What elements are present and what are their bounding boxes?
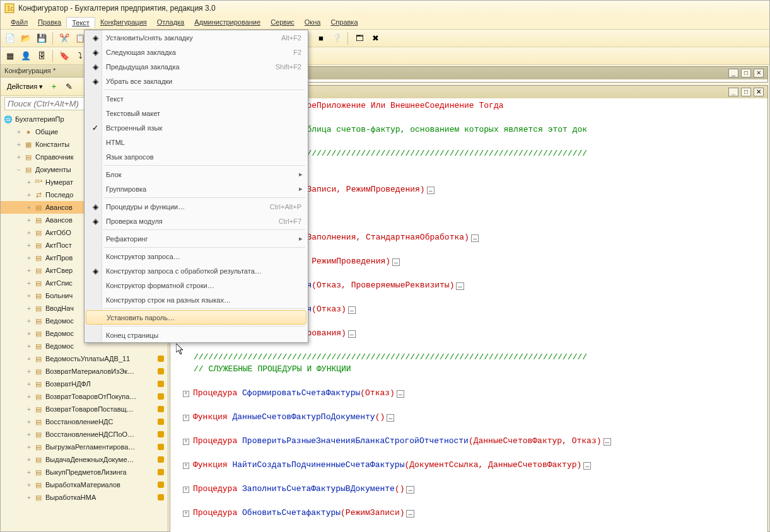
doc2-close-icon[interactable]: ✕ (754, 88, 764, 96)
form-icon[interactable]: ▦ (3, 49, 17, 63)
save-icon[interactable]: 💾 (35, 32, 49, 45)
menu-item[interactable]: ◈Установить/снять закладкуAlt+F2 (85, 30, 308, 45)
menu-item[interactable]: HTML (85, 135, 308, 149)
tree-item[interactable]: +▤ВозвратНДФЛ (1, 378, 168, 390)
close-window-icon[interactable]: ✖ (368, 32, 382, 45)
db-icon[interactable]: 🗄 (35, 49, 49, 63)
menu-text[interactable]: Текст (66, 17, 95, 28)
window-icon[interactable]: 🗔 (353, 32, 366, 45)
titlebar: 1c Конфигуратор - Бухгалтерия предприяти… (1, 1, 769, 16)
bookmark-toggle-icon[interactable]: 🔖 (57, 49, 71, 63)
dirty-icon (158, 431, 164, 437)
open-icon[interactable]: 📂 (19, 32, 33, 45)
tree-item[interactable]: +▤ВыдачаДенежныхДокуме… (1, 453, 168, 466)
user-icon[interactable]: 👤 (19, 49, 33, 63)
menu-item[interactable]: Установить пароль… (86, 310, 306, 325)
menubar: Файл Правка Текст Конфигурация Отладка А… (1, 16, 769, 30)
mouse-cursor (176, 344, 186, 359)
menu-config[interactable]: Конфигурация (95, 17, 152, 28)
tree-item[interactable]: +▤ВозвратМатериаловИзЭк… (1, 365, 168, 378)
tree-item[interactable]: +▤ВосстановлениеНДС (1, 415, 168, 428)
menu-item[interactable]: ◈Убрать все закладки (85, 74, 308, 88)
cut-icon[interactable]: ✂️ (57, 32, 71, 45)
dirty-icon (158, 381, 164, 387)
dirty-icon (158, 356, 164, 362)
app-icon: 1c (4, 3, 15, 13)
tree-item[interactable]: +▤ВосстановлениеНДСПоО… (1, 428, 168, 441)
menu-item[interactable]: Конец страницы (85, 328, 308, 342)
text-menu-dropdown: ◈Установить/снять закладкуAlt+F2◈Следующ… (84, 30, 308, 343)
menu-item[interactable]: ◈Предыдущая закладкаShift+F2 (85, 59, 308, 74)
menu-help[interactable]: Справка (325, 17, 363, 28)
dirty-icon (158, 419, 164, 425)
menu-item[interactable]: Конструктор форматной строки… (85, 278, 308, 292)
menu-edit[interactable]: Правка (33, 17, 66, 28)
dirty-icon (158, 368, 164, 374)
dirty-icon (158, 482, 164, 488)
add-icon[interactable]: ＋ (47, 79, 61, 93)
doc1-minimize-icon[interactable]: _ (728, 69, 738, 78)
dirty-icon (158, 406, 164, 412)
menu-item[interactable]: Текстовый макет (85, 106, 308, 120)
menu-windows[interactable]: Окна (300, 17, 326, 28)
tree-item[interactable]: +▤ВыработкаМатериалов (1, 478, 168, 491)
menu-item[interactable]: ✓Встроенный язык (85, 120, 308, 135)
menu-item[interactable]: Язык запросов (85, 149, 308, 164)
tree-item[interactable]: +▤ВедомостьУплатыАДВ_11 (1, 352, 168, 365)
doc2-minimize-icon[interactable]: _ (728, 88, 738, 96)
menu-item[interactable]: Рефакторинг▸ (85, 231, 308, 246)
tree-item[interactable]: +▤ВыгрузкаРегламентирова… (1, 441, 168, 453)
edit-icon[interactable]: ✎ (62, 79, 76, 93)
menu-debug[interactable]: Отладка (152, 17, 189, 28)
dirty-icon (158, 494, 164, 500)
dirty-icon (158, 469, 164, 475)
tree-item[interactable]: +▤ВозвратТоваровПоставщ… (1, 403, 168, 415)
doc2-maximize-icon[interactable]: □ (741, 88, 751, 96)
menu-item[interactable]: Текст (85, 91, 308, 106)
menu-item[interactable]: ◈Следующая закладкаF2 (85, 45, 308, 59)
dirty-icon (158, 444, 164, 450)
tree-item[interactable]: +▤ВыкупПредметовЛизинга (1, 466, 168, 478)
menu-item[interactable]: ◈Процедуры и функции…Ctrl+Alt+P (85, 199, 308, 214)
menu-item[interactable]: Конструктор строк на разных языках… (85, 292, 308, 307)
dirty-icon (158, 456, 164, 463)
dirty-icon (158, 393, 164, 400)
doc1-maximize-icon[interactable]: □ (741, 69, 751, 78)
tree-item[interactable]: +▤ВозвратТоваровОтПокупа… (1, 390, 168, 403)
app-title: Конфигуратор - Бухгалтерия предприятия, … (18, 4, 216, 13)
menu-service[interactable]: Сервис (265, 17, 300, 28)
menu-item[interactable]: Конструктор запроса… (85, 249, 308, 263)
menu-file[interactable]: Файл (6, 17, 33, 28)
svg-text:1c: 1c (7, 5, 14, 12)
menu-item[interactable]: Группировка▸ (85, 182, 308, 196)
menu-admin[interactable]: Администрирование (189, 17, 265, 28)
actions-dropdown[interactable]: Действия ▾ (4, 81, 45, 92)
help-icon[interactable]: ❔ (330, 32, 344, 45)
menu-item[interactable]: ◈Конструктор запроса с обработкой резуль… (85, 263, 308, 278)
main-window: 1c Конфигуратор - Бухгалтерия предприяти… (0, 0, 770, 532)
tree-item[interactable]: +▤ВыработкаНМА (1, 491, 168, 504)
menu-item[interactable]: ◈Проверка модуляCtrl+F7 (85, 214, 308, 228)
doc1-close-icon[interactable]: ✕ (754, 69, 764, 78)
menu-item[interactable]: Блок▸ (85, 167, 308, 182)
new-icon[interactable]: 📄 (3, 32, 17, 45)
stop-icon[interactable]: ■ (314, 32, 328, 45)
